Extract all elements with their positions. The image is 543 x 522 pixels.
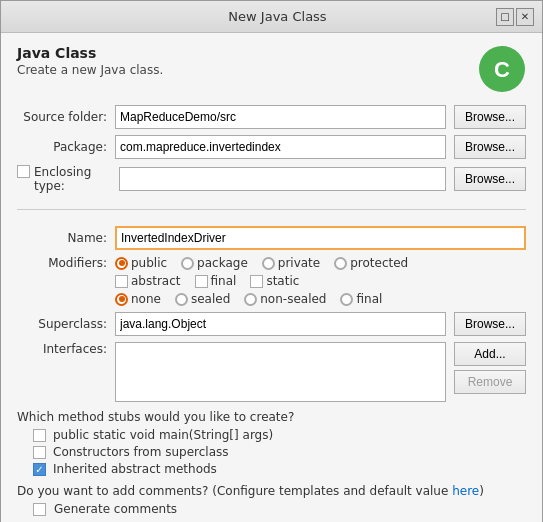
scope-non-sealed-radio[interactable] — [244, 293, 257, 306]
superclass-browse-button[interactable]: Browse... — [454, 312, 526, 336]
dialog-class-title: Java Class — [17, 45, 163, 61]
name-row: Name: — [17, 226, 526, 250]
modifier-public[interactable]: public — [115, 256, 167, 270]
modifiers-label: Modifiers: — [17, 256, 107, 270]
scope-modifiers-group: none sealed non-sealed final — [115, 292, 408, 306]
package-label: Package: — [17, 140, 107, 154]
java-logo: C — [478, 45, 526, 93]
comments-text-end: ) — [479, 484, 484, 498]
comments-section: Do you want to add comments? (Configure … — [17, 484, 526, 516]
dialog-description: Create a new Java class. — [17, 63, 163, 77]
stub-inherited-checkbox[interactable]: ✓ — [33, 463, 46, 476]
superclass-row: Superclass: Browse... — [17, 312, 526, 336]
stub-inherited[interactable]: ✓ Inherited abstract methods — [33, 462, 526, 476]
name-label: Name: — [17, 231, 107, 245]
scope-final-radio[interactable] — [340, 293, 353, 306]
superclass-input[interactable] — [115, 312, 446, 336]
interfaces-row: Interfaces: Add... Remove — [17, 342, 526, 402]
scope-sealed-radio[interactable] — [175, 293, 188, 306]
add-interface-button[interactable]: Add... — [454, 342, 526, 366]
modifier-package[interactable]: package — [181, 256, 248, 270]
modifier-static[interactable]: static — [250, 274, 299, 288]
enclosing-row: Enclosing type: Browse... — [17, 165, 526, 193]
modifier-final[interactable]: final — [195, 274, 237, 288]
modifier-package-radio[interactable] — [181, 257, 194, 270]
access-modifiers-group: public package private protected — [115, 256, 408, 270]
new-java-class-dialog: New Java Class □ ✕ Java Class Create a n… — [0, 0, 543, 522]
enclosing-label: Enclosing type: — [34, 165, 107, 193]
modifier-private[interactable]: private — [262, 256, 320, 270]
enclosing-checkbox[interactable] — [17, 165, 30, 178]
stubs-section: Which method stubs would you like to cre… — [17, 410, 526, 476]
stub-main-checkbox[interactable] — [33, 429, 46, 442]
modifier-abstract[interactable]: abstract — [115, 274, 181, 288]
scope-non-sealed[interactable]: non-sealed — [244, 292, 326, 306]
enclosing-input[interactable] — [119, 167, 446, 191]
close-button[interactable]: ✕ — [516, 8, 534, 26]
package-input[interactable] — [115, 135, 446, 159]
generate-comments-label: Generate comments — [54, 502, 177, 516]
superclass-label: Superclass: — [17, 317, 107, 331]
stub-main[interactable]: public static void main(String[] args) — [33, 428, 526, 442]
scope-none[interactable]: none — [115, 292, 161, 306]
title-bar: New Java Class □ ✕ — [1, 1, 542, 33]
source-folder-input[interactable] — [115, 105, 446, 129]
other-modifiers-group: abstract final static — [115, 274, 408, 288]
modifier-private-radio[interactable] — [262, 257, 275, 270]
enclosing-browse-button[interactable]: Browse... — [454, 167, 526, 191]
comments-text: Do you want to add comments? (Configure … — [17, 484, 452, 498]
modifier-protected-radio[interactable] — [334, 257, 347, 270]
modifier-public-radio[interactable] — [115, 257, 128, 270]
remove-interface-button[interactable]: Remove — [454, 370, 526, 394]
scope-final[interactable]: final — [340, 292, 382, 306]
scope-sealed[interactable]: sealed — [175, 292, 230, 306]
interfaces-buttons: Add... Remove — [454, 342, 526, 394]
modifier-final-checkbox[interactable] — [195, 275, 208, 288]
name-input[interactable] — [115, 226, 526, 250]
package-browse-button[interactable]: Browse... — [454, 135, 526, 159]
interfaces-list — [115, 342, 446, 402]
stubs-title: Which method stubs would you like to cre… — [17, 410, 526, 424]
comments-link[interactable]: here — [452, 484, 479, 498]
svg-text:C: C — [494, 57, 510, 82]
minimize-button[interactable]: □ — [496, 8, 514, 26]
package-row: Package: Browse... — [17, 135, 526, 159]
generate-comments-checkbox[interactable] — [33, 503, 46, 516]
window-title: New Java Class — [228, 9, 326, 24]
source-folder-row: Source folder: Browse... — [17, 105, 526, 129]
scope-none-radio[interactable] — [115, 293, 128, 306]
source-folder-label: Source folder: — [17, 110, 107, 124]
interfaces-label: Interfaces: — [17, 342, 107, 356]
source-folder-browse-button[interactable]: Browse... — [454, 105, 526, 129]
modifier-protected[interactable]: protected — [334, 256, 408, 270]
modifier-static-checkbox[interactable] — [250, 275, 263, 288]
modifiers-row: Modifiers: public package — [17, 256, 526, 306]
modifier-abstract-checkbox[interactable] — [115, 275, 128, 288]
stub-constructors[interactable]: Constructors from superclass — [33, 445, 526, 459]
stub-constructors-checkbox[interactable] — [33, 446, 46, 459]
